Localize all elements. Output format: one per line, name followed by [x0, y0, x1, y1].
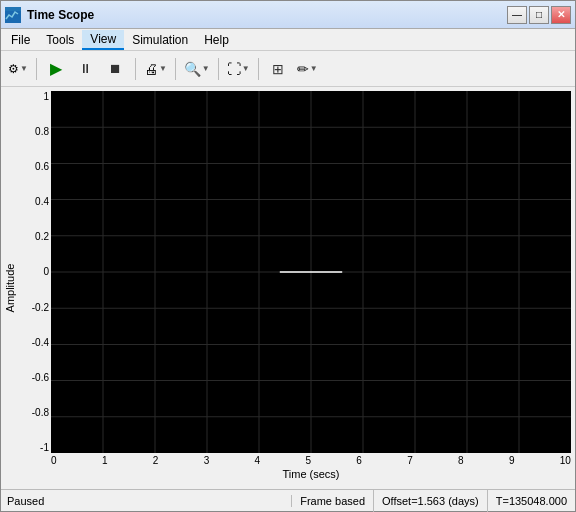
plot-container: ⤢ — [51, 87, 575, 489]
menu-help[interactable]: Help — [196, 31, 237, 49]
measure-arrow: ▼ — [310, 64, 318, 73]
status-time: T=135048.000 — [488, 490, 575, 512]
xtick-8: 8 — [458, 455, 464, 466]
settings-arrow: ▼ — [20, 64, 28, 73]
ytick-n06: -0.6 — [19, 372, 49, 383]
zoom-arrow: ▼ — [202, 64, 210, 73]
menu-tools[interactable]: Tools — [38, 31, 82, 49]
title-left: Time Scope — [5, 7, 94, 23]
ytick-n04: -0.4 — [19, 337, 49, 348]
xtick-10: 10 — [560, 455, 571, 466]
ytick-06: 0.6 — [19, 161, 49, 172]
toolbar: ⚙ ▼ ▶ ⏸ ⏹ 🖨 ▼ 🔍 ▼ ⛶ ▼ ⊞ ✏ ▼ — [1, 51, 575, 87]
title-bar: Time Scope — □ ✕ — [1, 1, 575, 29]
print-icon: 🖨 — [144, 61, 158, 77]
sep3 — [175, 58, 176, 80]
print-arrow: ▼ — [159, 64, 167, 73]
y-ticks: 1 0.8 0.6 0.4 0.2 0 -0.2 -0.4 -0.6 -0.8 … — [19, 87, 51, 489]
measure-button[interactable]: ✏ ▼ — [294, 56, 321, 82]
stop-button[interactable]: ⏹ — [102, 56, 130, 82]
autoscale-arrow: ▼ — [242, 64, 250, 73]
menu-simulation[interactable]: Simulation — [124, 31, 196, 49]
sep1 — [36, 58, 37, 80]
ytick-n1: -1 — [19, 442, 49, 453]
xtick-7: 7 — [407, 455, 413, 466]
menu-bar: File Tools View Simulation Help — [1, 29, 575, 51]
x-ticks: 0 1 2 3 4 5 6 7 8 9 10 — [51, 453, 571, 466]
minimize-button[interactable]: — — [507, 6, 527, 24]
maximize-button[interactable]: □ — [529, 6, 549, 24]
xtick-3: 3 — [204, 455, 210, 466]
y-label-area: Amplitude — [1, 87, 19, 489]
x-axis-label: Time (secs) — [51, 468, 571, 480]
xtick-0: 0 — [51, 455, 57, 466]
status-right: Frame based Offset=1.563 (days) T=135048… — [292, 490, 575, 512]
svg-rect-1 — [5, 7, 21, 11]
sep4 — [218, 58, 219, 80]
main-area: Amplitude 1 0.8 0.6 0.4 0.2 0 -0.2 -0.4 … — [1, 87, 575, 489]
status-offset: Offset=1.563 (days) — [374, 490, 488, 512]
autoscale-button[interactable]: ⛶ ▼ — [224, 56, 253, 82]
sep2 — [135, 58, 136, 80]
window-title: Time Scope — [27, 8, 94, 22]
print-button[interactable]: 🖨 ▼ — [141, 56, 170, 82]
close-button[interactable]: ✕ — [551, 6, 571, 24]
main-window: Time Scope — □ ✕ File Tools View Simulat… — [0, 0, 576, 512]
xtick-4: 4 — [255, 455, 261, 466]
title-buttons: — □ ✕ — [507, 6, 571, 24]
y-axis-label: Amplitude — [4, 264, 16, 313]
ytick-n02: -0.2 — [19, 302, 49, 313]
pause-button[interactable]: ⏸ — [72, 56, 100, 82]
sep5 — [258, 58, 259, 80]
settings-icon: ⚙ — [8, 62, 19, 76]
app-icon — [5, 7, 21, 23]
ytick-1: 1 — [19, 91, 49, 102]
zoom-icon: 🔍 — [184, 61, 201, 77]
xtick-1: 1 — [102, 455, 108, 466]
status-paused: Paused — [1, 495, 292, 507]
ytick-08: 0.8 — [19, 126, 49, 137]
channel-button[interactable]: ⊞ — [264, 56, 292, 82]
zoom-button[interactable]: 🔍 ▼ — [181, 56, 213, 82]
xtick-2: 2 — [153, 455, 159, 466]
x-axis-area: 0 1 2 3 4 5 6 7 8 9 10 Time (secs) — [51, 453, 571, 489]
plot-svg — [51, 91, 571, 453]
status-bar: Paused Frame based Offset=1.563 (days) T… — [1, 489, 575, 511]
menu-view[interactable]: View — [82, 30, 124, 50]
plot-area[interactable]: ⤢ — [51, 91, 571, 453]
settings-button[interactable]: ⚙ ▼ — [5, 56, 31, 82]
menu-file[interactable]: File — [3, 31, 38, 49]
ytick-0: 0 — [19, 266, 49, 277]
ytick-04: 0.4 — [19, 196, 49, 207]
xtick-6: 6 — [356, 455, 362, 466]
xtick-5: 5 — [305, 455, 311, 466]
status-frame-based: Frame based — [292, 490, 374, 512]
run-button[interactable]: ▶ — [42, 56, 70, 82]
autoscale-icon: ⛶ — [227, 61, 241, 77]
measure-icon: ✏ — [297, 61, 309, 77]
ytick-n08: -0.8 — [19, 407, 49, 418]
xtick-9: 9 — [509, 455, 515, 466]
ytick-02: 0.2 — [19, 231, 49, 242]
